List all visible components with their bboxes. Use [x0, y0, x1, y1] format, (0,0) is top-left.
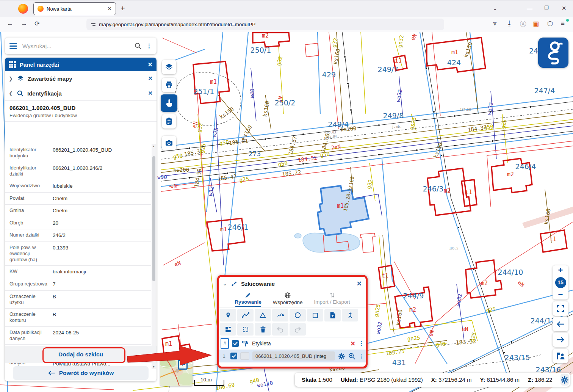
- attribute-label: Powiat: [9, 195, 48, 202]
- draw-polygon-button[interactable]: [255, 309, 271, 321]
- y-label: Y:: [480, 376, 485, 383]
- section-identify[interactable]: ❮ Identyfikacja ✕: [5, 86, 157, 101]
- section-identify-label: Identyfikacja: [27, 90, 144, 97]
- tools-panel-close-icon[interactable]: ✕: [148, 61, 153, 68]
- hash-column-header[interactable]: #: [221, 338, 229, 349]
- camera-icon: [164, 138, 174, 147]
- back-to-results-button[interactable]: Powrót do wyników: [13, 366, 149, 380]
- zoom-in-button[interactable]: +: [558, 268, 563, 273]
- add-object-button[interactable]: [324, 309, 341, 321]
- delete-all-icon[interactable]: ✕: [351, 340, 355, 347]
- identify-search-icon: [17, 90, 24, 97]
- zoom-to-object-icon[interactable]: [348, 353, 355, 360]
- reload-icon[interactable]: ⟳: [34, 20, 40, 28]
- scroll-down-icon[interactable]: ▼: [152, 365, 156, 369]
- redo-button[interactable]: [290, 323, 306, 336]
- brush-icon: [231, 280, 238, 287]
- firefox-icon[interactable]: [18, 4, 28, 14]
- map-label: m1: [210, 78, 217, 85]
- pointer-hand-icon: [164, 98, 174, 108]
- site-info-icon[interactable]: [91, 23, 96, 26]
- scroll-thumb[interactable]: [152, 156, 155, 281]
- app-window: Nowa karta ✕ + ⌄ — ❐ ✕ ← → ⟳ mapy.geopor…: [0, 0, 573, 392]
- rss-extension-icon[interactable]: ▣: [533, 20, 539, 28]
- map-label: 246/4: [515, 162, 536, 171]
- attribute-value: Chełm: [48, 207, 151, 214]
- tab-coordinates[interactable]: Współrzędne: [272, 290, 304, 307]
- minimap-expand-icon[interactable]: [178, 360, 188, 370]
- url-bar[interactable]: mapy.geoportal.gov.pl/imapnext/imap/inde…: [86, 19, 444, 30]
- tab-drawing[interactable]: Rysowanie: [234, 290, 262, 307]
- feedback-button[interactable]: [553, 349, 568, 363]
- identify-tool-button[interactable]: [161, 94, 177, 112]
- row-settings-gear-icon[interactable]: [338, 353, 345, 360]
- transform-object-button[interactable]: [342, 309, 358, 321]
- chevron-right-icon[interactable]: ❯: [9, 76, 13, 82]
- scrollbar[interactable]: ▲ ▼: [152, 144, 156, 369]
- browser-tab[interactable]: Nowa karta ✕: [33, 2, 116, 15]
- minimize-icon[interactable]: —: [527, 5, 532, 11]
- print-tool-button[interactable]: [162, 78, 176, 92]
- draw-rectangle-button[interactable]: [307, 309, 323, 321]
- search-bar: ⋮: [5, 38, 157, 54]
- menu-icon[interactable]: ≡: [561, 20, 565, 27]
- minimap-image: [160, 356, 193, 386]
- draw-freehand-button[interactable]: [272, 309, 288, 321]
- row-checkbox[interactable]: [230, 353, 237, 359]
- next-view-button[interactable]: [553, 332, 568, 347]
- overview-minimap[interactable]: [160, 356, 193, 386]
- sketch-row[interactable]: 1 066201_1.0020.405_BUD (Integ ⋮: [219, 350, 366, 362]
- fullscreen-button[interactable]: [553, 301, 568, 316]
- chevron-down-icon[interactable]: ⌄: [223, 281, 227, 287]
- search-input[interactable]: [22, 42, 130, 50]
- select-area-button[interactable]: [237, 323, 254, 336]
- tab-import-export[interactable]: Import / Eksport: [313, 290, 351, 307]
- back-icon[interactable]: ←: [7, 20, 13, 27]
- layers-tool-button[interactable]: [162, 60, 176, 74]
- draw-line-button[interactable]: [237, 309, 254, 321]
- section-close-icon[interactable]: ✕: [148, 90, 153, 97]
- previous-view-button[interactable]: [553, 317, 568, 331]
- tabs-list-icon[interactable]: ⌄: [493, 5, 498, 12]
- new-tab-button[interactable]: +: [121, 4, 125, 13]
- search-icon[interactable]: [134, 42, 142, 50]
- tab-favicon: [38, 6, 44, 12]
- menu-hamburger-icon[interactable]: [9, 43, 17, 49]
- window-close-icon[interactable]: ✕: [562, 5, 567, 12]
- draw-circle-button[interactable]: [290, 309, 306, 321]
- section-close-icon[interactable]: ✕: [148, 75, 153, 82]
- chevron-down-icon[interactable]: ❮: [9, 91, 13, 96]
- paint-roller-icon[interactable]: [242, 340, 249, 347]
- row-color-swatch[interactable]: [240, 352, 249, 360]
- arrange-objects-button[interactable]: [220, 323, 236, 336]
- section-map-content[interactable]: ❯ Zawartość mapy ✕: [5, 71, 157, 86]
- tab-close-icon[interactable]: ✕: [107, 6, 112, 12]
- screenshot-tool-button[interactable]: [162, 136, 176, 150]
- restore-icon[interactable]: ❐: [544, 5, 549, 11]
- scroll-up-icon[interactable]: ▲: [152, 144, 156, 149]
- download-icon[interactable]: ⭳: [506, 20, 513, 27]
- map-label: 249/7: [378, 65, 399, 74]
- grid-options-kebab-icon[interactable]: ⋮: [359, 340, 364, 347]
- map-label: 244/12: [531, 317, 556, 325]
- zoom-out-button[interactable]: −: [558, 292, 563, 297]
- draw-point-button[interactable]: [220, 309, 236, 321]
- row-label-field[interactable]: 066201_1.0020.405_BUD (Integ: [252, 351, 335, 361]
- forward-icon[interactable]: →: [21, 20, 27, 27]
- sketch-panel-close-icon[interactable]: ✕: [357, 280, 362, 288]
- settings-button[interactable]: [560, 374, 569, 386]
- tools-panel-header: Panel narzędzi ✕: [5, 58, 157, 71]
- clipboard-tool-button[interactable]: [162, 114, 176, 129]
- extensions-puzzle-icon[interactable]: ⬡: [547, 20, 553, 28]
- row-options-kebab-icon[interactable]: ⋮: [359, 353, 364, 359]
- pocket-icon[interactable]: ⩔: [493, 20, 497, 27]
- attribute-label: Numer działki: [9, 232, 48, 239]
- attribute-row: Data publikacji danych 2024-06-25: [5, 327, 151, 345]
- translate-icon[interactable]: Ⓐ: [520, 20, 526, 28]
- undo-button[interactable]: [272, 323, 288, 336]
- search-options-kebab-icon[interactable]: ⋮: [146, 42, 152, 49]
- tab-coordinates-label: Współrzędne: [273, 299, 303, 305]
- geoportal-logo[interactable]: [538, 38, 568, 68]
- delete-button[interactable]: [255, 323, 271, 336]
- select-all-checkbox[interactable]: [232, 340, 239, 347]
